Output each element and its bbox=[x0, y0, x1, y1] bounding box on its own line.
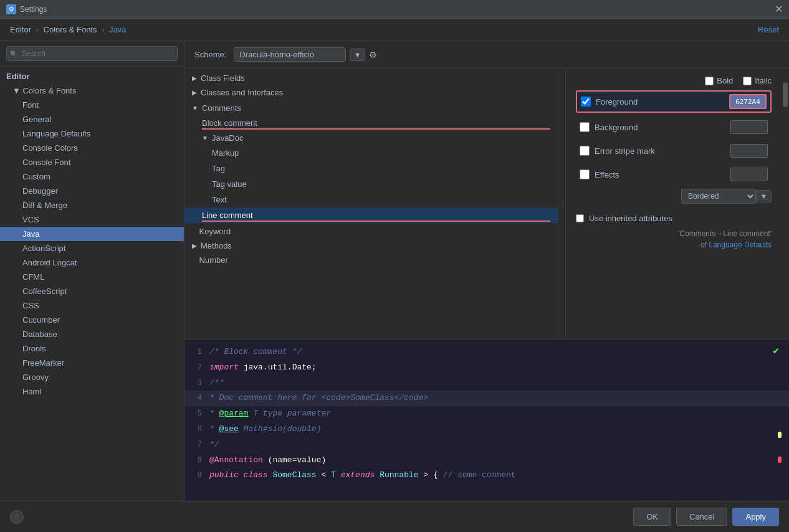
classes-interfaces-label: Classes and Interfaces bbox=[201, 88, 283, 97]
sidebar-item-groovy[interactable]: Groovy bbox=[0, 370, 184, 384]
sidebar-item-console-colors[interactable]: Console Colors bbox=[0, 141, 184, 155]
effects-dropdown-button[interactable]: ▼ bbox=[756, 190, 772, 202]
cancel-button[interactable]: Cancel bbox=[676, 508, 727, 526]
line5-param: @param bbox=[219, 409, 249, 418]
use-inherited-checkbox[interactable] bbox=[576, 214, 584, 222]
runnable: Runnable bbox=[380, 470, 418, 480]
breadcrumb-colors-fonts: Colors & Fonts bbox=[44, 25, 97, 34]
right-scrollbar[interactable] bbox=[782, 69, 789, 339]
code-content-3: /** bbox=[209, 377, 784, 390]
generic-open: < bbox=[321, 470, 326, 480]
inherited-description: 'Comments→Line comment' of Language Defa… bbox=[576, 228, 772, 250]
import-keyword: import bbox=[209, 363, 239, 372]
main-panel: Scheme: Dracula-homo-efficio ▼ ⚙ ▶ Class bbox=[184, 41, 789, 501]
code-line-3: 3 /** bbox=[184, 376, 789, 391]
sidebar-item-language-defaults[interactable]: Language Defaults bbox=[0, 126, 184, 141]
foreground-checkbox[interactable] bbox=[581, 97, 591, 107]
line-num-2: 2 bbox=[189, 362, 202, 374]
sidebar-item-cfml[interactable]: CFML bbox=[0, 270, 184, 284]
scheme-select[interactable]: Dracula-homo-efficio bbox=[234, 47, 346, 62]
sidebar-tree: Editor ▼ Colors & Fonts Font General Lan… bbox=[0, 67, 184, 501]
search-input[interactable] bbox=[6, 46, 178, 61]
scheme-select-wrapper: Dracula-homo-efficio ▼ ⚙ bbox=[234, 47, 377, 62]
use-inherited-row: Use inherited attributes bbox=[576, 214, 772, 223]
token-tag-value[interactable]: Tag value bbox=[184, 176, 558, 192]
token-line-comment[interactable]: Line comment bbox=[184, 207, 558, 223]
foreground-color-box[interactable]: 6272A4 bbox=[729, 94, 767, 109]
sidebar-item-diff-merge[interactable]: Diff & Merge bbox=[0, 198, 184, 212]
token-group-number[interactable]: Number bbox=[184, 253, 558, 267]
methods-arrow-icon: ▶ bbox=[192, 242, 197, 249]
help-button[interactable]: ? bbox=[10, 510, 24, 524]
effects-checkbox[interactable] bbox=[580, 169, 590, 179]
effects-type-select[interactable]: Bordered bbox=[681, 189, 756, 204]
code-content-9: public class SomeClass < T extends Runna… bbox=[209, 469, 784, 482]
apply-button[interactable]: Apply bbox=[732, 508, 779, 526]
token-block-comment[interactable]: Block comment bbox=[184, 115, 558, 131]
sidebar-item-custom[interactable]: Custom bbox=[0, 169, 184, 184]
sidebar-item-haml[interactable]: Haml bbox=[0, 384, 184, 399]
italic-checkbox[interactable] bbox=[743, 77, 752, 85]
sidebar-item-font[interactable]: Font bbox=[0, 98, 184, 112]
sidebar-item-actionscript[interactable]: ActionScript bbox=[0, 241, 184, 255]
token-javadoc-group[interactable]: ▼ JavaDoc bbox=[184, 131, 558, 145]
background-color-box[interactable] bbox=[730, 120, 768, 134]
line-num-4: 4 bbox=[189, 392, 202, 404]
background-checkbox[interactable] bbox=[580, 122, 590, 132]
close-button[interactable]: ✕ bbox=[775, 4, 783, 14]
sidebar-item-debugger[interactable]: Debugger bbox=[0, 184, 184, 198]
scheme-dropdown-arrow-icon[interactable]: ▼ bbox=[350, 49, 365, 61]
line-num-9: 9 bbox=[189, 470, 202, 482]
token-markup[interactable]: Markup bbox=[184, 145, 558, 161]
search-box bbox=[0, 41, 184, 67]
sidebar-item-vcs[interactable]: VCS bbox=[0, 212, 184, 227]
scheme-label: Scheme: bbox=[194, 50, 226, 59]
token-group-methods[interactable]: ▶ Methods bbox=[184, 239, 558, 253]
effects-color-box[interactable] bbox=[730, 168, 768, 181]
sidebar-item-css[interactable]: CSS bbox=[0, 298, 184, 313]
line-num-5: 5 bbox=[189, 408, 202, 420]
sidebar-item-java[interactable]: Java bbox=[0, 227, 184, 241]
inherited-text-line2: of Language Defaults bbox=[701, 240, 772, 249]
token-group-classes-interfaces[interactable]: ▶ Classes and Interfaces bbox=[184, 85, 558, 100]
breadcrumb-editor: Editor bbox=[10, 25, 31, 34]
code-content-5: * @param T type parameter bbox=[209, 407, 784, 420]
bold-checkbox[interactable] bbox=[705, 77, 714, 85]
line6-rest: Math#sin(double) bbox=[244, 424, 322, 434]
code-line-4: 4 * Doc comment here for <code>SomeClass… bbox=[184, 391, 789, 406]
error-stripe-color-box[interactable] bbox=[730, 144, 768, 158]
sidebar-item-freemaker[interactable]: FreeMarker bbox=[0, 356, 184, 370]
italic-text: Italic bbox=[755, 76, 772, 85]
sidebar-item-drools[interactable]: Drools bbox=[0, 341, 184, 356]
sidebar-item-general[interactable]: General bbox=[0, 112, 184, 126]
error-stripe-checkbox[interactable] bbox=[580, 146, 590, 156]
sidebar-item-database[interactable]: Database bbox=[0, 327, 184, 341]
code-line-6: 6 * @see Math#sin(double) bbox=[184, 422, 789, 437]
comments-header[interactable]: ▼ Comments bbox=[184, 101, 558, 115]
sidebar-item-console-font[interactable]: Console Font bbox=[0, 155, 184, 169]
reset-button[interactable]: Reset bbox=[758, 25, 779, 34]
window-title: Settings bbox=[20, 5, 47, 14]
token-tag[interactable]: Tag bbox=[184, 161, 558, 176]
foreground-label: Foreground bbox=[596, 97, 729, 107]
sidebar-item-colors-fonts[interactable]: ▼ Colors & Fonts bbox=[0, 83, 184, 98]
sidebar-item-android-logcat[interactable]: Android Logcat bbox=[0, 255, 184, 270]
token-group-class-fields[interactable]: ▶ Class Fields bbox=[184, 71, 558, 85]
code-content-2: import java.util.Date; bbox=[209, 361, 784, 374]
panel-resize-handle[interactable]: ⁞ bbox=[558, 69, 566, 339]
extends-kw: extends bbox=[341, 470, 380, 480]
bold-label[interactable]: Bold bbox=[705, 76, 733, 85]
ok-button[interactable]: OK bbox=[633, 508, 671, 526]
breadcrumb-java: Java bbox=[109, 25, 126, 34]
scheme-gear-icon[interactable]: ⚙ bbox=[369, 50, 377, 60]
token-text[interactable]: Text bbox=[184, 192, 558, 207]
classes-interfaces-arrow-icon: ▶ bbox=[192, 89, 197, 96]
code-content-1: /* Block comment */ bbox=[209, 346, 784, 359]
comments-arrow-icon: ▼ bbox=[192, 105, 198, 112]
sidebar-item-coffeescript[interactable]: CoffeeScript bbox=[0, 284, 184, 298]
code-content-6: * @see Math#sin(double) bbox=[209, 423, 784, 436]
sidebar-item-cucumber[interactable]: Cucumber bbox=[0, 313, 184, 327]
token-group-keyword[interactable]: Keyword bbox=[184, 224, 558, 239]
italic-label[interactable]: Italic bbox=[743, 76, 772, 85]
comments-label: Comments bbox=[202, 103, 241, 113]
